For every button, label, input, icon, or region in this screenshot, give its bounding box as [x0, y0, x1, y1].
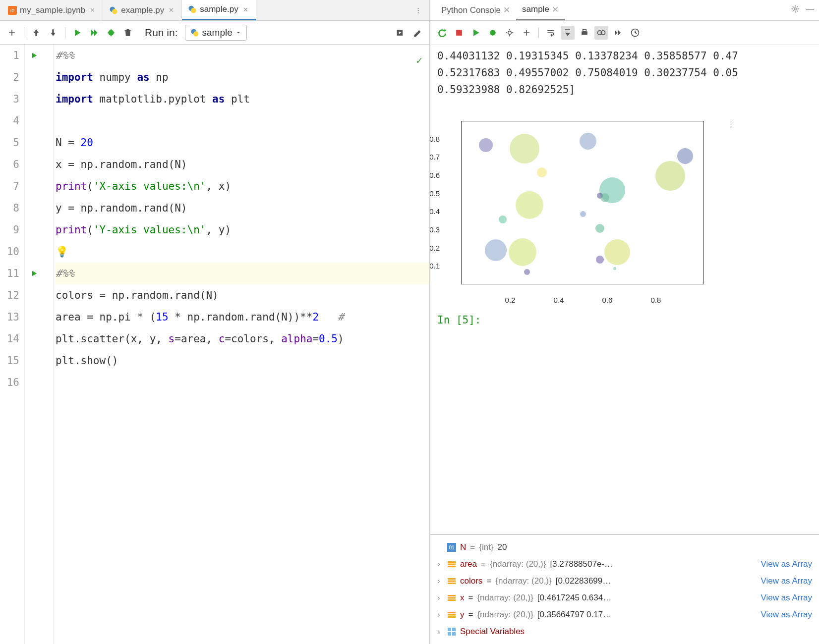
variable-row[interactable]: › colors = {ndarray: (20,)} [0.02283699……	[437, 573, 812, 590]
close-icon[interactable]: ✕	[167, 6, 176, 14]
history-button[interactable]	[628, 26, 642, 40]
line-number: 4	[0, 110, 19, 132]
variable-type: {int}	[479, 542, 493, 552]
show-variables-button[interactable]	[594, 26, 608, 40]
new-console-button[interactable]	[520, 26, 533, 40]
minimize-icon[interactable]: —	[806, 4, 814, 16]
code-line[interactable]: plt.scatter(x, y, s=area, c=colors, alph…	[56, 328, 429, 350]
variable-row[interactable]: › x = {ndarray: (20,)} [0.4617245 0.634……	[437, 590, 812, 606]
svg-rect-33	[448, 632, 451, 636]
code-line[interactable]: plt.show()	[56, 350, 429, 372]
code-line[interactable]: print('X-axis values:\n', x)	[56, 175, 429, 197]
execute-selection-button[interactable]	[394, 26, 408, 40]
line-number: 11	[0, 263, 19, 284]
code-line[interactable]: area = np.pi * (15 * np.random.rand(N))*…	[56, 306, 429, 328]
scatter-point	[485, 239, 507, 261]
array-icon	[447, 610, 456, 619]
scatter-point	[677, 148, 693, 164]
close-icon[interactable]: ✕	[552, 4, 559, 15]
editor-tab-example-py[interactable]: example.py✕	[103, 0, 182, 20]
view-as-array-link[interactable]: View as Array	[760, 593, 812, 603]
close-icon[interactable]: ✕	[88, 6, 97, 14]
code-line[interactable]: 💡	[56, 241, 429, 263]
scatter-point	[595, 224, 604, 233]
console-output[interactable]: 0.44031132 0.19315345 0.13378234 0.35858…	[430, 45, 819, 101]
debug-button[interactable]	[486, 26, 500, 40]
chevron-right-icon[interactable]: ›	[437, 610, 443, 620]
editor-tab-my_sample-ipynb[interactable]: IPmy_sample.ipynb✕	[2, 0, 103, 20]
console-tab-Python-Console[interactable]: Python Console✕	[435, 0, 516, 20]
view-as-array-link[interactable]: View as Array	[760, 576, 812, 586]
console-prompt[interactable]: In [5]:	[430, 289, 819, 331]
code-line[interactable]: x = np.random.rand(N)	[56, 154, 429, 175]
code-line[interactable]: #%%	[56, 263, 429, 284]
svg-rect-24	[448, 583, 456, 584]
svg-rect-28	[448, 612, 456, 613]
y-tick-label: 0.2	[430, 243, 440, 252]
chevron-right-icon[interactable]: ›	[437, 627, 443, 637]
console-settings-button[interactable]	[503, 26, 517, 40]
print-button[interactable]	[578, 26, 591, 40]
code-line[interactable]: import numpy as np	[56, 66, 429, 88]
code-line[interactable]: print('Y-axis values:\n', y)	[56, 219, 429, 241]
variable-row[interactable]: › area = {ndarray: (20,)} [3.27888507e-……	[437, 556, 812, 573]
chart-menu-icon[interactable]: ⋮	[728, 121, 734, 128]
delete-cell-button[interactable]	[121, 26, 135, 40]
variable-row[interactable]: › y = {ndarray: (20,)} [0.35664797 0.17……	[437, 606, 812, 623]
move-up-button[interactable]	[29, 26, 43, 40]
y-tick-label: 0.1	[430, 262, 440, 270]
soft-wrap-button[interactable]	[544, 26, 558, 40]
add-cell-button[interactable]	[5, 26, 19, 40]
run-cell-gutter-icon	[25, 284, 44, 306]
scatter-point	[655, 161, 685, 191]
variables-panel: 01 N = {int} 20› area = {ndarray: (20,)}…	[430, 534, 819, 644]
code-line[interactable]: y = np.random.rand(N)	[56, 197, 429, 219]
line-number: 2	[0, 66, 19, 88]
browse-history-button[interactable]	[611, 26, 625, 40]
code-area[interactable]: ✓ #%%import numpy as npimport matplotlib…	[54, 45, 429, 644]
code-line[interactable]	[56, 372, 429, 393]
settings-button[interactable]	[410, 26, 424, 40]
run-target-dropdown[interactable]: sample	[185, 25, 247, 41]
code-editor[interactable]: 12345678910111213141516 ✓ #%%import nump…	[0, 45, 429, 644]
code-line[interactable]	[56, 110, 429, 132]
variable-value: [0.4617245 0.634…	[537, 593, 611, 603]
chevron-right-icon[interactable]: ›	[437, 559, 443, 569]
output-line: 0.52317683 0.49557002 0.75084019 0.30237…	[437, 64, 812, 81]
line-number: 7	[0, 175, 19, 197]
code-line[interactable]: colors = np.random.rand(N)	[56, 284, 429, 306]
svg-point-6	[108, 30, 114, 36]
run-all-button[interactable]	[87, 26, 101, 40]
close-icon[interactable]: ✕	[241, 6, 250, 13]
run-button[interactable]	[469, 26, 483, 40]
console-tab-sample[interactable]: sample✕	[516, 0, 565, 20]
rerun-button[interactable]	[435, 26, 449, 40]
debug-cell-button[interactable]	[104, 26, 118, 40]
variable-row[interactable]: 01 N = {int} 20	[437, 539, 812, 556]
svg-rect-15	[583, 29, 586, 31]
svg-rect-21	[448, 566, 456, 567]
run-in-label: Run in:	[145, 27, 178, 39]
run-cell-gutter-icon[interactable]	[25, 263, 44, 284]
editor-tab-sample-py[interactable]: sample.py✕	[182, 0, 256, 20]
chevron-right-icon[interactable]: ›	[437, 576, 443, 586]
chevron-right-icon[interactable]: ›	[437, 593, 443, 603]
code-line[interactable]: import matplotlib.pyplot as plt	[56, 88, 429, 110]
gear-icon[interactable]	[791, 4, 800, 16]
run-cell-gutter-icon	[25, 132, 44, 154]
code-line[interactable]: N = 20	[56, 132, 429, 154]
stop-button[interactable]	[452, 26, 466, 40]
code-line[interactable]: #%%	[56, 45, 429, 66]
view-as-array-link[interactable]: View as Array	[760, 559, 812, 569]
close-icon[interactable]: ✕	[503, 5, 510, 15]
run-cell-gutter-icon[interactable]	[25, 45, 44, 66]
view-as-array-link[interactable]: View as Array	[760, 610, 812, 620]
run-cell-button[interactable]	[70, 26, 84, 40]
variable-row[interactable]: › Special Variables	[437, 623, 812, 640]
run-cell-gutter-icon	[25, 66, 44, 88]
y-tick-label: 0.6	[430, 171, 440, 179]
scroll-to-end-button[interactable]	[561, 26, 575, 40]
editor-tabs: IPmy_sample.ipynb✕example.py✕sample.py✕⋮	[0, 0, 429, 21]
move-down-button[interactable]	[46, 26, 60, 40]
more-tabs-icon[interactable]: ⋮	[409, 6, 427, 14]
